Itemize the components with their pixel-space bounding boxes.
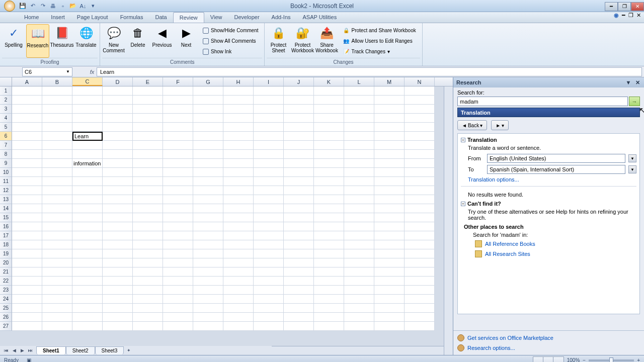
- cell-C12[interactable]: [72, 186, 103, 195]
- cell-N17[interactable]: [405, 231, 435, 240]
- tab-developer[interactable]: Developer: [228, 12, 265, 23]
- cell-L7[interactable]: [344, 141, 374, 150]
- cell-I18[interactable]: [254, 240, 284, 249]
- tab-page-layout[interactable]: Page Layout: [71, 12, 114, 23]
- cell-N7[interactable]: [405, 141, 435, 150]
- cell-K22[interactable]: [314, 277, 344, 286]
- cell-J7[interactable]: [284, 141, 314, 150]
- col-header-I[interactable]: I: [254, 77, 284, 86]
- cell-I25[interactable]: [254, 304, 284, 313]
- share-workbook-button[interactable]: 📤 Share Workbook: [315, 24, 338, 58]
- cell-J21[interactable]: [284, 267, 314, 277]
- cell-A18[interactable]: [12, 240, 42, 249]
- cell-D17[interactable]: [103, 231, 133, 240]
- cell-H12[interactable]: [223, 186, 254, 195]
- cell-K14[interactable]: [314, 204, 344, 213]
- cell-I12[interactable]: [254, 186, 284, 195]
- col-header-M[interactable]: M: [374, 77, 405, 86]
- back-button[interactable]: ◄Back▾: [457, 120, 487, 130]
- cell-N21[interactable]: [405, 267, 435, 277]
- cell-A1[interactable]: [12, 86, 42, 96]
- cell-F20[interactable]: [163, 258, 193, 267]
- cell-E20[interactable]: [133, 258, 163, 267]
- cell-G18[interactable]: [193, 240, 223, 249]
- cell-N2[interactable]: [405, 96, 435, 105]
- cell-E8[interactable]: [133, 150, 163, 159]
- tab-formulas[interactable]: Formulas: [114, 12, 149, 23]
- cell-L8[interactable]: [344, 150, 374, 159]
- cell-H11[interactable]: [223, 177, 254, 186]
- cell-A8[interactable]: [12, 150, 42, 159]
- maximize-button[interactable]: ❐: [618, 2, 631, 11]
- cell-A12[interactable]: [12, 186, 42, 195]
- cell-M18[interactable]: [374, 240, 405, 249]
- cell-C1[interactable]: [72, 86, 103, 96]
- cell-E21[interactable]: [133, 267, 163, 277]
- tab-review[interactable]: Review: [173, 12, 204, 23]
- cell-M21[interactable]: [374, 267, 405, 277]
- cell-M17[interactable]: [374, 231, 405, 240]
- cell-N6[interactable]: [405, 132, 435, 141]
- close-button[interactable]: ✕: [631, 2, 644, 11]
- cell-A15[interactable]: [12, 213, 42, 222]
- cell-A11[interactable]: [12, 177, 42, 186]
- cell-K5[interactable]: [314, 123, 344, 132]
- cell-B21[interactable]: [42, 267, 72, 277]
- cell-L26[interactable]: [344, 313, 374, 322]
- cell-L11[interactable]: [344, 177, 374, 186]
- cell-A20[interactable]: [12, 258, 42, 267]
- cell-I5[interactable]: [254, 123, 284, 132]
- cell-E23[interactable]: [133, 286, 163, 295]
- cell-M6[interactable]: [374, 132, 405, 141]
- cell-M20[interactable]: [374, 258, 405, 267]
- cell-C24[interactable]: [72, 295, 103, 304]
- cell-F1[interactable]: [163, 86, 193, 96]
- row-header-2[interactable]: 2: [0, 96, 12, 105]
- cell-L23[interactable]: [344, 286, 374, 295]
- macro-record-icon[interactable]: ▣: [27, 357, 31, 362]
- cell-E17[interactable]: [133, 231, 163, 240]
- cell-I23[interactable]: [254, 286, 284, 295]
- cell-H27[interactable]: [223, 322, 254, 331]
- row-header-21[interactable]: 21: [0, 267, 12, 277]
- col-header-A[interactable]: A: [12, 77, 42, 86]
- cell-E7[interactable]: [133, 141, 163, 150]
- cell-D8[interactable]: [103, 150, 133, 159]
- cell-J13[interactable]: [284, 195, 314, 204]
- cell-N25[interactable]: [405, 304, 435, 313]
- cell-E5[interactable]: [133, 123, 163, 132]
- row-header-25[interactable]: 25: [0, 304, 12, 313]
- cell-N23[interactable]: [405, 286, 435, 295]
- cell-N8[interactable]: [405, 150, 435, 159]
- cell-F15[interactable]: [163, 213, 193, 222]
- cell-I22[interactable]: [254, 277, 284, 286]
- cell-L3[interactable]: [344, 105, 374, 114]
- cell-I7[interactable]: [254, 141, 284, 150]
- cell-J2[interactable]: [284, 96, 314, 105]
- cell-M11[interactable]: [374, 177, 405, 186]
- cell-G5[interactable]: [193, 123, 223, 132]
- cell-H24[interactable]: [223, 295, 254, 304]
- cell-F7[interactable]: [163, 141, 193, 150]
- col-header-D[interactable]: D: [103, 77, 133, 86]
- cell-E26[interactable]: [133, 313, 163, 322]
- cell-C8[interactable]: [72, 150, 103, 159]
- cell-K13[interactable]: [314, 195, 344, 204]
- cell-M16[interactable]: [374, 222, 405, 231]
- cell-G23[interactable]: [193, 286, 223, 295]
- cell-L18[interactable]: [344, 240, 374, 249]
- cell-E24[interactable]: [133, 295, 163, 304]
- col-header-H[interactable]: H: [223, 77, 254, 86]
- tab-home[interactable]: Home: [18, 12, 45, 23]
- cell-I27[interactable]: [254, 322, 284, 331]
- cell-I26[interactable]: [254, 313, 284, 322]
- cell-F25[interactable]: [163, 304, 193, 313]
- cell-L16[interactable]: [344, 222, 374, 231]
- cell-F11[interactable]: [163, 177, 193, 186]
- forward-button[interactable]: ►▾: [491, 120, 509, 130]
- row-header-4[interactable]: 4: [0, 114, 12, 123]
- cell-F18[interactable]: [163, 240, 193, 249]
- cell-N20[interactable]: [405, 258, 435, 267]
- cell-L14[interactable]: [344, 204, 374, 213]
- qat-redo-icon[interactable]: ↷: [38, 2, 47, 11]
